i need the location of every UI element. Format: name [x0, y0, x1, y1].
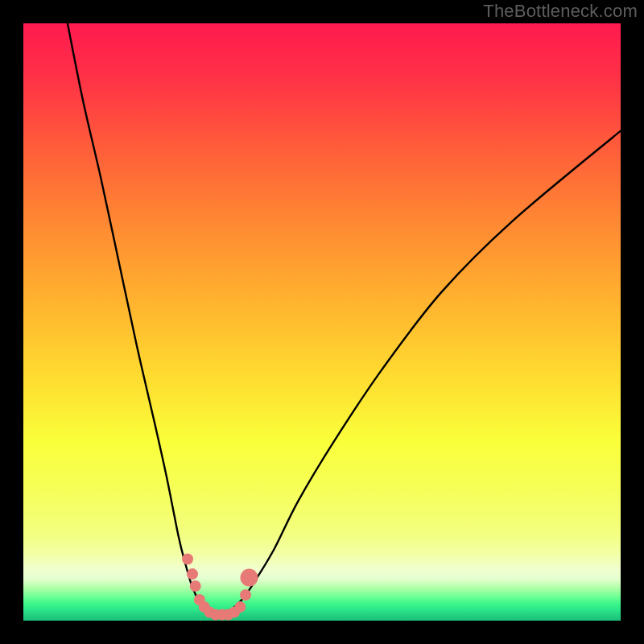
curve-right-branch [208, 131, 621, 616]
data-point [182, 554, 193, 565]
bottleneck-curve [68, 23, 621, 615]
curve-left-branch [68, 23, 208, 615]
data-point [234, 601, 246, 613]
data-points [182, 554, 258, 621]
data-point [240, 589, 251, 601]
watermark-text: TheBottleneck.com [483, 1, 638, 22]
data-point [190, 580, 201, 592]
curve-layer [23, 23, 621, 621]
chart-frame: TheBottleneck.com [0, 0, 644, 644]
data-point [240, 569, 258, 587]
plot-area [23, 23, 621, 621]
data-point [187, 568, 198, 580]
